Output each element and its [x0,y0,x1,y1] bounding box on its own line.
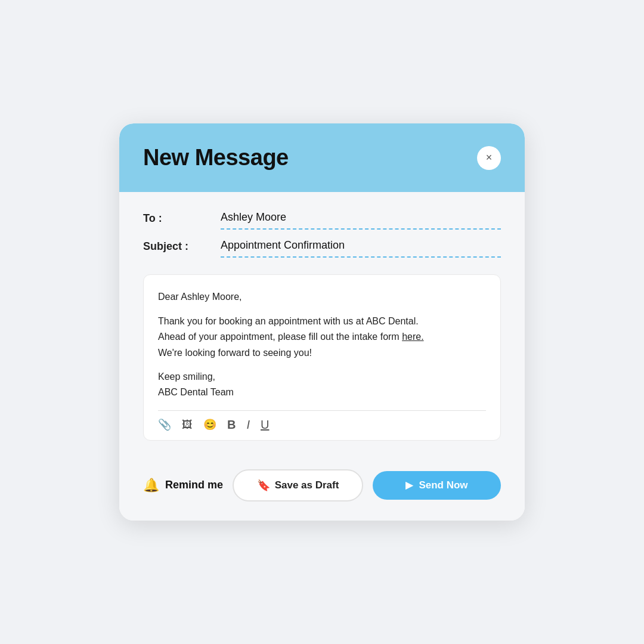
body-line2: Ahead of your appointment, please fill o… [158,332,402,342]
send-now-button[interactable]: ▶ Send Now [373,471,501,500]
play-icon: ▶ [405,479,413,491]
to-label: To : [143,211,221,225]
to-value: Ashley Moore [221,211,501,230]
underline-icon[interactable]: U [261,418,269,432]
compose-area[interactable]: Dear Ashley Moore, Thank you for booking… [143,274,501,440]
new-message-modal: New Message × To : Ashley Moore Subject … [119,123,525,520]
image-icon[interactable]: 🖼 [182,419,193,431]
bookmark-icon: 🔖 [257,479,270,492]
body-line1: Thank you for booking an appointment wit… [158,316,419,326]
modal-title: New Message [143,145,289,171]
compose-body: Dear Ashley Moore, Thank you for booking… [158,289,486,400]
close-button[interactable]: × [477,146,501,170]
subject-field-row: Subject : Appointment Confirmation [143,239,501,262]
remind-me-button[interactable]: 🔔 Remind me [143,478,223,493]
attach-icon[interactable]: 📎 [158,418,171,431]
to-field-row: To : Ashley Moore [143,211,501,234]
italic-icon[interactable]: I [246,418,250,432]
emoji-icon[interactable]: 😊 [203,418,216,431]
body-text: Thank you for booking an appointment wit… [158,314,486,361]
bell-icon: 🔔 [143,478,159,493]
subject-label: Subject : [143,239,221,253]
remind-me-label: Remind me [165,479,223,491]
closing-text: Keep smiling, ABC Dental Team [158,369,486,401]
bold-icon[interactable]: B [227,418,236,432]
close-icon: × [486,151,493,164]
save-draft-button[interactable]: 🔖 Save as Draft [233,469,363,501]
save-draft-label: Save as Draft [275,479,339,491]
subject-value: Appointment Confirmation [221,239,501,258]
body-link[interactable]: here. [402,332,423,342]
modal-footer: 🔔 Remind me 🔖 Save as Draft ▶ Send Now [119,457,525,521]
modal-body: To : Ashley Moore Subject : Appointment … [119,192,525,457]
modal-header: New Message × [119,123,525,192]
closing: Keep smiling, [158,371,215,382]
compose-toolbar: 📎 🖼 😊 B I U [158,411,486,440]
send-now-label: Send Now [419,479,467,491]
body-line3: We're looking forward to seeing you! [158,348,312,358]
signature: ABC Dental Team [158,387,234,397]
greeting-text: Dear Ashley Moore, [158,289,486,305]
